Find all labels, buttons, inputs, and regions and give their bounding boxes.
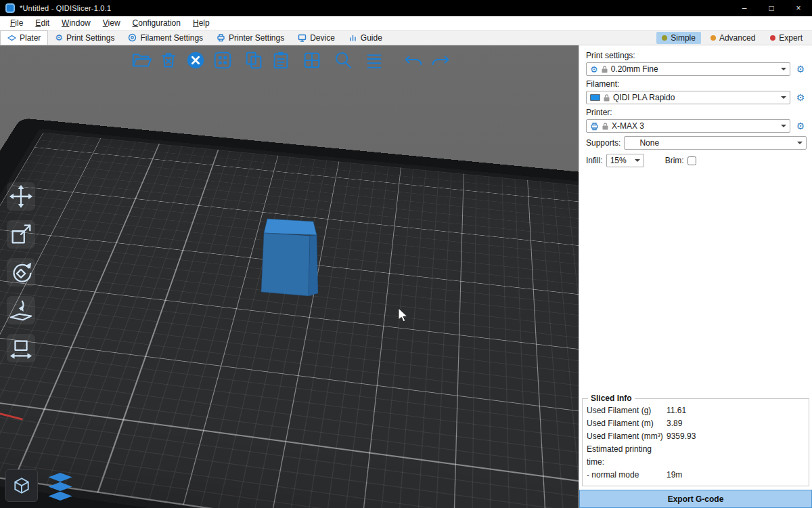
brim-checkbox[interactable] (687, 156, 696, 165)
supports-combo[interactable]: None (624, 136, 807, 150)
mode-simple-label: Simple (671, 33, 696, 43)
menu-help[interactable]: Help (187, 17, 216, 29)
filament-combo[interactable]: QIDI PLA Rapido (586, 91, 790, 104)
scale-tool-button[interactable] (7, 220, 35, 249)
filament-row: QIDI PLA Rapido ⚙ (586, 91, 807, 104)
printer-combo[interactable]: X-MAX 3 (586, 119, 790, 133)
menubar: File Edit Window View Configuration Help (0, 16, 812, 30)
move-tool-button[interactable] (7, 182, 35, 211)
split-view-icon (302, 50, 322, 70)
guide-icon (348, 33, 357, 42)
redo-icon (430, 50, 451, 70)
brim-label: Brim: (665, 156, 684, 165)
tab-print-settings[interactable]: ⚙ Print Settings (48, 30, 121, 45)
main-area: Print settings: ⚙ 0.20mm Fine ⚙ Filament… (0, 45, 812, 508)
export-gcode-button[interactable]: Export G-code (579, 490, 812, 508)
search-icon (333, 50, 353, 70)
view-mode-buttons (5, 469, 78, 502)
rotate-tool-button[interactable] (7, 258, 35, 287)
search-button[interactable] (332, 49, 354, 71)
scale-icon (8, 221, 34, 247)
copy-icon (244, 50, 264, 70)
tab-device-label: Device (310, 33, 335, 43)
undo-button[interactable] (403, 49, 424, 71)
chevron-down-icon (635, 159, 640, 165)
supports-value: None (639, 138, 659, 148)
open-button[interactable] (131, 49, 152, 71)
window-controls: – □ × (731, 0, 812, 16)
open-folder-icon (131, 50, 152, 70)
3d-view-button[interactable] (5, 469, 38, 502)
paste-button[interactable] (270, 49, 292, 71)
menu-edit[interactable]: Edit (29, 17, 55, 29)
print-settings-combo[interactable]: ⚙ 0.20mm Fine (586, 62, 790, 76)
tab-printer-settings-label: Printer Settings (229, 33, 284, 43)
supports-label: Supports: (586, 138, 621, 148)
app-logo-icon (5, 3, 15, 13)
titlebar: *Untitled - QIDISlicer-1.0.1 – □ × (0, 0, 812, 16)
maximize-button[interactable]: □ (758, 0, 785, 16)
chevron-down-icon (781, 96, 786, 102)
mode-simple[interactable]: Simple (656, 32, 701, 44)
menu-view[interactable]: View (97, 17, 127, 29)
device-icon (298, 33, 307, 42)
print-bed[interactable] (0, 129, 579, 508)
sliced-info-row: Estimated printing time: (587, 443, 805, 469)
lock-icon (602, 66, 608, 73)
menu-configuration[interactable]: Configuration (127, 17, 187, 29)
chevron-down-icon (781, 125, 786, 130)
place-on-face-tool-button[interactable] (7, 296, 35, 324)
printer-value: X-MAX 3 (612, 121, 644, 131)
cut-tool-button[interactable] (7, 334, 35, 362)
sliced-info-row: Used Filament (mm³) 9359.93 (587, 430, 805, 443)
variable-layer-height-button[interactable] (363, 49, 385, 71)
printer-icon (217, 33, 225, 42)
edit-filament-button[interactable]: ⚙ (794, 91, 807, 104)
delete-button[interactable] (158, 49, 179, 71)
mode-advanced[interactable]: Advanced (705, 32, 761, 44)
edit-printer-button[interactable]: ⚙ (794, 120, 807, 132)
infill-brim-row: Infill: 15% Brim: (586, 154, 807, 167)
tab-device[interactable]: Device (291, 30, 342, 45)
arrange-button[interactable] (212, 49, 233, 71)
filament-value: QIDI PLA Rapido (613, 93, 675, 102)
gizmo-toolbar (7, 182, 35, 362)
place-on-face-icon (8, 297, 34, 323)
advanced-mode-dot-icon (710, 35, 716, 41)
sliced-info-panel: Sliced Info Used Filament (g) 11.61 Used… (582, 394, 809, 486)
delete-all-button[interactable] (185, 49, 206, 71)
cut-icon (8, 335, 34, 361)
minimize-button[interactable]: – (731, 0, 758, 16)
app-window: *Untitled - QIDISlicer-1.0.1 – □ × File … (0, 0, 812, 508)
edit-print-settings-button[interactable]: ⚙ (794, 63, 807, 75)
tab-printer-settings[interactable]: Printer Settings (210, 30, 291, 45)
rotate-icon (8, 259, 34, 285)
infill-value: 15% (610, 156, 627, 165)
close-button[interactable]: × (785, 0, 812, 16)
menu-file[interactable]: File (4, 17, 29, 29)
copy-button[interactable] (243, 49, 265, 71)
menu-window[interactable]: Window (55, 17, 97, 29)
arrange-icon (212, 50, 233, 70)
tab-plater[interactable]: Plater (0, 30, 48, 45)
split-button[interactable] (301, 49, 323, 71)
mode-advanced-label: Advanced (719, 33, 755, 43)
redo-button[interactable] (430, 49, 451, 71)
viewport-3d[interactable] (0, 45, 579, 508)
gear-icon: ⚙ (590, 65, 598, 74)
scene[interactable] (0, 45, 579, 508)
tab-guide[interactable]: Guide (342, 30, 389, 45)
infill-combo[interactable]: 15% (606, 154, 644, 167)
layers-preview-button[interactable] (42, 469, 78, 502)
mode-expert[interactable]: Expert (765, 32, 808, 44)
tab-filament-settings-label: Filament Settings (140, 33, 203, 43)
mode-expert-label: Expert (779, 33, 803, 43)
gear-icon: ⚙ (55, 33, 63, 42)
print-settings-row: ⚙ 0.20mm Fine ⚙ (586, 62, 807, 76)
sliced-info-title: Sliced Info (588, 394, 635, 403)
3d-cube-icon (12, 476, 31, 495)
tab-filament-settings[interactable]: Filament Settings (121, 30, 210, 45)
printer-label: Printer: (586, 108, 807, 117)
undo-icon (403, 50, 424, 70)
expert-mode-dot-icon (770, 35, 775, 41)
